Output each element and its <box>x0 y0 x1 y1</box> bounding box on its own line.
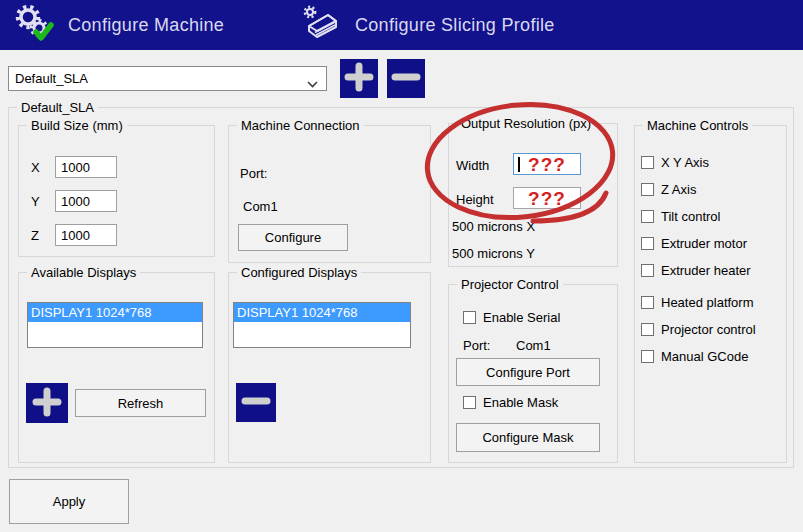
microns-y-text: 500 microns Y <box>452 246 535 261</box>
group-configured-displays-label: Configured Displays <box>237 265 361 280</box>
configure-slicing-title: Configure Slicing Profile <box>355 15 555 36</box>
profile-select-value: Default_SLA <box>15 71 88 86</box>
checkbox-label: Z Axis <box>661 182 696 197</box>
apply-button[interactable]: Apply <box>9 479 129 524</box>
checkbox-icon[interactable] <box>641 323 654 336</box>
axis-y-label: Y <box>31 194 45 209</box>
checkbox-label: Heated platform <box>661 295 754 310</box>
checkbox-label: Enable Serial <box>483 310 560 325</box>
plus-icon <box>32 387 62 420</box>
group-default-sla-label: Default_SLA <box>17 100 98 115</box>
checkbox-label: X Y Axis <box>661 155 709 170</box>
checkbox-icon[interactable] <box>463 311 476 324</box>
configure-machine-title: Configure Machine <box>68 15 224 36</box>
checkbox-manual-gcode[interactable]: Manual GCode <box>641 349 748 364</box>
minus-icon <box>391 62 421 95</box>
list-item-display1[interactable]: DISPLAY1 1024*768 <box>234 303 410 322</box>
checkbox-label: Manual GCode <box>661 349 748 364</box>
projector-port-label: Port: <box>463 338 490 353</box>
group-available-displays-label: Available Displays <box>27 265 140 280</box>
chevron-down-icon <box>307 76 318 91</box>
height-unknown-annotation: ??? <box>528 189 566 208</box>
checkbox-icon[interactable] <box>641 237 654 250</box>
minus-icon <box>241 386 271 419</box>
remove-display-button[interactable] <box>236 383 276 422</box>
profile-select[interactable]: Default_SLA <box>8 66 327 91</box>
axis-z-label: Z <box>31 228 45 243</box>
checkbox-icon[interactable] <box>641 264 654 277</box>
group-build-size-label: Build Size (mm) <box>27 118 127 133</box>
slice-profile-icon <box>301 4 341 47</box>
checkbox-label: Extruder heater <box>661 263 751 278</box>
group-available-displays: Available Displays <box>18 272 215 463</box>
checkbox-extruder-heater[interactable]: Extruder heater <box>641 263 751 278</box>
checkbox-icon[interactable] <box>641 210 654 223</box>
checkbox-projector-control[interactable]: Projector control <box>641 322 756 337</box>
plus-icon <box>344 62 374 95</box>
text-caret <box>518 157 520 172</box>
checkbox-enable-serial[interactable]: Enable Serial <box>463 310 560 325</box>
checkbox-label: Extruder motor <box>661 236 747 251</box>
axis-x-label: X <box>31 160 45 175</box>
tab-configure-machine[interactable]: Configure Machine <box>14 0 224 50</box>
checkbox-heated-platform[interactable]: Heated platform <box>641 295 754 310</box>
list-item-display1[interactable]: DISPLAY1 1024*768 <box>28 303 202 322</box>
group-machine-controls-label: Machine Controls <box>643 118 752 133</box>
add-display-button[interactable] <box>26 383 68 423</box>
available-displays-listbox[interactable]: DISPLAY1 1024*768 <box>27 302 203 348</box>
build-size-x-input[interactable] <box>55 156 117 178</box>
checkbox-tilt-control[interactable]: Tilt control <box>641 209 720 224</box>
width-unknown-annotation: ??? <box>528 155 566 174</box>
checkbox-icon[interactable] <box>641 156 654 169</box>
width-label: Width <box>456 158 489 173</box>
checkbox-icon[interactable] <box>641 296 654 309</box>
checkbox-xy-axis[interactable]: X Y Axis <box>641 155 709 170</box>
height-input[interactable]: ??? <box>513 187 581 209</box>
add-profile-button[interactable] <box>340 59 378 98</box>
checkbox-icon[interactable] <box>463 396 476 409</box>
width-input[interactable]: ??? <box>513 153 581 175</box>
configure-mask-button[interactable]: Configure Mask <box>456 423 600 452</box>
port-value: Com1 <box>243 199 278 214</box>
port-label: Port: <box>240 166 267 181</box>
group-machine-controls: Machine Controls <box>634 125 787 463</box>
checkbox-z-axis[interactable]: Z Axis <box>641 182 696 197</box>
configured-displays-listbox[interactable]: DISPLAY1 1024*768 <box>233 302 411 348</box>
checkbox-extruder-motor[interactable]: Extruder motor <box>641 236 747 251</box>
build-size-y-input[interactable] <box>55 190 117 212</box>
microns-x-text: 500 microns X <box>452 219 535 234</box>
checkbox-label: Projector control <box>661 322 756 337</box>
group-machine-connection-label: Machine Connection <box>237 118 364 133</box>
checkbox-icon[interactable] <box>641 183 654 196</box>
group-projector-control-label: Projector Control <box>457 277 563 292</box>
checkbox-enable-mask[interactable]: Enable Mask <box>463 395 558 410</box>
projector-port-value: Com1 <box>516 338 551 353</box>
refresh-button[interactable]: Refresh <box>75 389 206 417</box>
configure-machine-window: Configure Machine Configure Slicing Prof… <box>0 0 803 532</box>
group-configured-displays: Configured Displays <box>228 272 431 463</box>
height-label: Height <box>456 192 494 207</box>
configure-button[interactable]: Configure <box>238 224 348 251</box>
group-output-resolution-label: Output Resolution (px) <box>457 116 595 131</box>
header-bar: Configure Machine Configure Slicing Prof… <box>0 0 803 50</box>
configure-port-button[interactable]: Configure Port <box>456 358 600 386</box>
remove-profile-button[interactable] <box>387 59 425 98</box>
tab-configure-slicing-profile[interactable]: Configure Slicing Profile <box>301 0 555 50</box>
gears-check-icon <box>14 4 54 47</box>
checkbox-icon[interactable] <box>641 350 654 363</box>
checkbox-label: Tilt control <box>661 209 720 224</box>
checkbox-label: Enable Mask <box>483 395 558 410</box>
build-size-z-input[interactable] <box>55 224 117 246</box>
